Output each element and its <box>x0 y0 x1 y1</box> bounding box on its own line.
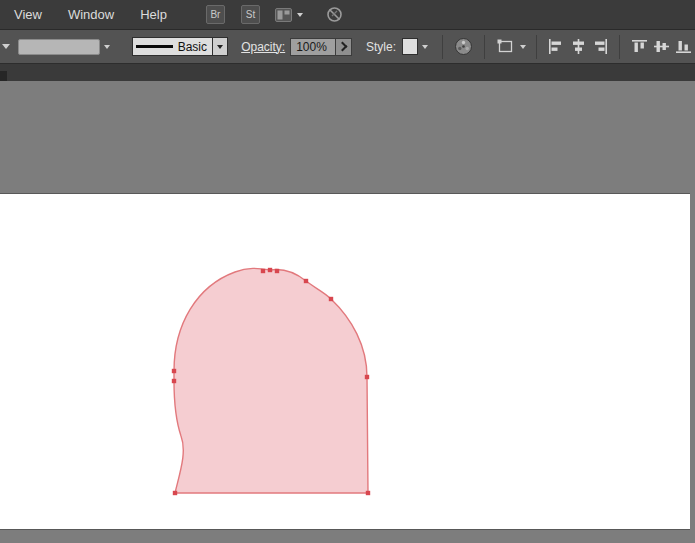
bridge-button[interactable]: Br <box>206 5 225 24</box>
chevron-down-icon <box>217 45 223 49</box>
opacity-label[interactable]: Opacity: <box>241 40 285 54</box>
stock-button[interactable]: St <box>241 5 260 24</box>
fill-chevron-down-icon[interactable] <box>104 45 110 49</box>
menu-window[interactable]: Window <box>55 7 127 22</box>
align-center-vertical-icon[interactable] <box>651 36 673 58</box>
artboard[interactable] <box>0 193 690 530</box>
transform-chevron-down-icon[interactable] <box>520 45 526 49</box>
menu-help[interactable]: Help <box>127 7 180 22</box>
pasteboard[interactable] <box>0 81 695 543</box>
menu-view[interactable]: View <box>0 7 55 22</box>
control-bar: Basic Opacity: Style: <box>0 30 695 64</box>
align-center-horizontal-icon[interactable] <box>567 36 589 58</box>
illustrator-window: View Window Help Br St <box>0 0 695 543</box>
separator <box>619 35 620 59</box>
stroke-preview-line <box>136 45 173 48</box>
align-bottom-icon[interactable] <box>673 36 695 58</box>
align-top-icon[interactable] <box>628 36 650 58</box>
workspace-switcher-icon[interactable] <box>275 8 292 22</box>
panel-chevron-down-icon[interactable] <box>2 44 10 49</box>
transform-icon[interactable] <box>493 35 518 59</box>
style-swatch[interactable] <box>402 38 418 55</box>
gpu-disabled-icon[interactable] <box>325 5 344 24</box>
workspace-chevron-down-icon[interactable] <box>297 13 303 17</box>
stroke-style-dropdown[interactable]: Basic <box>132 37 214 56</box>
recolor-artwork-icon[interactable] <box>451 35 476 59</box>
fill-swatch[interactable] <box>18 39 100 55</box>
stock-label: St <box>246 9 255 20</box>
separator <box>442 35 443 59</box>
align-right-icon[interactable] <box>589 36 611 58</box>
bridge-label: Br <box>210 9 220 20</box>
document-tab-bar <box>0 64 695 82</box>
style-chevron-down-icon[interactable] <box>422 45 428 49</box>
opacity-input[interactable] <box>290 38 336 56</box>
stroke-style-chevron-button[interactable] <box>213 37 228 56</box>
align-left-icon[interactable] <box>545 36 567 58</box>
opacity-expand-button[interactable] <box>336 38 352 56</box>
separator <box>484 35 485 59</box>
stroke-style-name: Basic <box>178 40 207 54</box>
style-label: Style: <box>366 40 396 54</box>
separator <box>536 35 537 59</box>
chevron-right-icon <box>338 42 348 52</box>
menubar: View Window Help Br St <box>0 0 695 30</box>
